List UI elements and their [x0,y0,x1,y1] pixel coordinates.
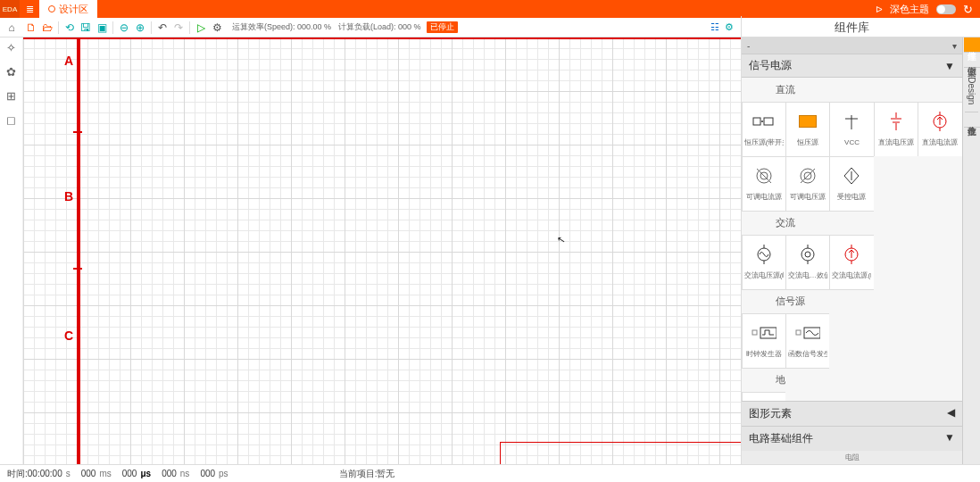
save-icon[interactable]: 🖫 [78,21,94,34]
stop-badge: 已停止 [427,21,458,33]
accordion-graphic-elements[interactable]: 图形元素◀ [742,401,962,426]
empty-cell [874,392,918,402]
func-gen-icon [795,322,820,344]
tab-design-label: 设计区 [59,3,88,16]
time-label: 时间:00:00:00 [7,468,62,480]
chevron-left-icon: ◀ [947,406,955,421]
current-project-label: 当前项目:暂无 [339,468,395,480]
link-icon[interactable]: ⟲ [62,21,78,34]
vcc-icon [839,112,864,133]
component-label: 直流电压源 [878,137,914,147]
component-ac-i-pk[interactable]: 交流电流源(峰值) [829,235,874,290]
load-stat: 计算负载(Load): 000 % [338,21,421,33]
ruler-left [77,37,80,464]
tab-design-area[interactable]: 设计区 [39,0,97,18]
component-adj-i[interactable]: 可调电流源 [742,156,786,212]
ac-i-pk-icon [839,244,864,265]
bookmark-icon[interactable]: ◻ [6,113,16,127]
svg-rect-0 [753,118,760,125]
component-label: 交流电流源(峰值) [832,270,871,280]
component-func-gen[interactable]: 函数信号发生器 [785,313,830,369]
component-ac-rms[interactable]: 交流电…效值) [785,235,830,290]
new-file-icon[interactable]: 🗋 [23,21,39,34]
accordion-sub-resistor: 电阻 [742,451,962,464]
db-icon[interactable]: ☷ [710,21,719,33]
library-scroll[interactable]: 直流恒压源(带开关)恒压源VCC直流电压源直流电流源可调电流源可调电压源受控电源… [742,78,962,401]
svg-point-2 [761,120,763,122]
svg-point-23 [805,252,810,257]
dc-v-icon [884,111,909,132]
mouse-cursor-icon: ↖ [556,233,567,246]
const-source-icon [795,111,820,132]
component-label: 可调电压源 [790,192,826,202]
right-tab-2[interactable]: iDesign [965,68,978,112]
app-logo[interactable]: EDA [0,0,20,18]
play-icon[interactable]: ▷ [193,21,209,34]
component-clock-gen[interactable]: 时钟发生器 [742,313,786,369]
gear-icon[interactable]: ⚙ [725,21,734,33]
component-label: 恒压源 [797,137,818,147]
component-label: 交流电…效值) [788,270,827,280]
section-title: 信号电源 [749,58,792,73]
main-area: ✧ ✿ ⊞ ◻ A B C ↖ -▾ 信号电源 ▼ 直流恒压源(带开关)恒压源V… [0,37,980,464]
component-dc-v[interactable]: 直流电压源 [874,102,918,157]
frame-edge [500,442,741,443]
refresh-icon[interactable]: ↻ [963,3,973,16]
open-file-icon[interactable]: 🗁 [39,21,55,34]
component-grid: 时钟发生器函数信号发生器 [742,313,962,368]
component-dc-i[interactable]: 直流电流源 [918,102,962,157]
row-label-a: A [62,54,75,68]
library-section-header[interactable]: 信号电源 ▼ [742,54,962,78]
crosshair-icon[interactable]: ✧ [6,41,16,54]
redo-icon[interactable]: ↷ [170,21,187,34]
right-tab-1[interactable]: 微案例 [964,53,980,68]
undo-icon[interactable]: ↶ [154,21,170,34]
clock-gen-icon [752,322,777,344]
component-switch-source[interactable]: 恒压源(带开关) [742,102,786,157]
component-adj-v[interactable]: 可调电压源 [785,156,830,212]
theme-toggle[interactable] [936,4,956,14]
component-ground[interactable]: 接地点(0V) [742,392,786,402]
user-icon[interactable]: ᐅ [876,4,883,14]
accordion-basic-circuit[interactable]: 电路基础组件▼ [742,426,962,451]
component-const-source[interactable]: 恒压源 [785,102,830,157]
zoom-out-icon[interactable]: ⊖ [116,21,132,34]
component-label: VCC [844,138,860,146]
chevron-down-icon: ▾ [952,41,957,51]
theme-label: 深色主题 [890,3,929,16]
component-label: 直流电流源 [922,137,958,147]
gear-icon[interactable]: ✿ [6,65,16,79]
design-canvas[interactable]: A B C ↖ [23,37,741,464]
svg-rect-30 [752,330,757,335]
empty-cell [785,392,830,402]
status-bar: 时间:00:00:00 s 000ms 000μs 000ns 000ps 当前… [0,464,980,482]
svg-rect-32 [796,330,801,335]
component-grid: 恒压源(带开关)恒压源VCC直流电压源直流电流源可调电流源可调电压源受控电源 [742,102,962,211]
component-vcc[interactable]: VCC [829,102,874,157]
ac-rms-icon [795,244,820,265]
ac-v-pk-icon [752,244,777,265]
component-label: 可调电流源 [746,192,782,202]
empty-cell [874,156,918,212]
settings-icon[interactable]: ⚙ [209,21,225,34]
component-ctrl-src[interactable]: 受控电源 [829,156,874,212]
chevron-down-icon: ▼ [944,60,955,72]
screenshot-icon[interactable]: ▣ [94,21,110,34]
home-icon[interactable]: ⌂ [4,21,20,34]
library-title: 组件库 [741,16,962,39]
empty-cell [829,313,874,369]
library-group-header: 地 [742,368,962,392]
library-group-header: 交流 [742,211,962,235]
adj-v-icon [795,165,820,187]
library-nav-dropdown[interactable]: -▾ [742,37,962,54]
menu-icon[interactable]: ≣ [20,0,39,18]
component-label: 时钟发生器 [746,349,782,359]
component-ac-v-pk[interactable]: 交流电压源(峰值) [742,235,786,290]
map-icon[interactable]: ⊞ [6,89,16,103]
right-tab-0[interactable]: 组件库 [964,37,980,53]
library-group-header: 直流 [742,78,962,102]
right-tab-3[interactable]: 作业批改 [964,112,980,128]
zoom-in-icon[interactable]: ⊕ [132,21,148,34]
dc-i-icon [927,111,952,132]
chevron-down-icon: ▼ [944,431,955,446]
